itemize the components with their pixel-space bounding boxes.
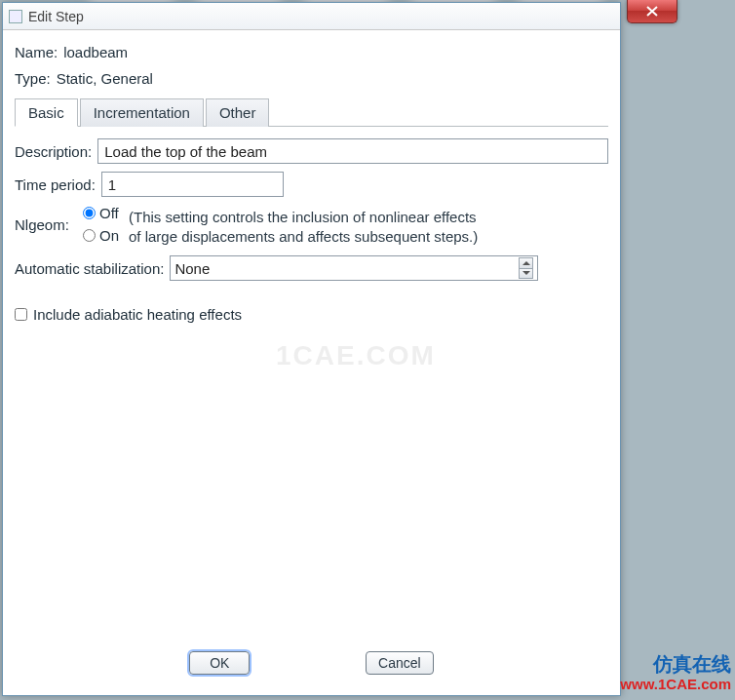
nlgeom-on-text: On (99, 227, 119, 244)
time-period-input[interactable] (101, 172, 284, 197)
chevron-up-icon (522, 261, 530, 265)
nlgeom-off-option[interactable]: Off (83, 205, 119, 221)
select-spinner[interactable] (519, 257, 533, 279)
cancel-button[interactable]: Cancel (366, 651, 434, 675)
name-label: Name: (15, 44, 58, 60)
nlgeom-off-text: Off (99, 205, 119, 221)
nlgeom-label: Nlgeom: (15, 205, 83, 233)
corner-watermark: 仿真在线 www.1CAE.com (620, 653, 731, 692)
nlgeom-on-radio[interactable] (83, 229, 96, 242)
window-title: Edit Step (28, 9, 84, 24)
description-label: Description: (15, 143, 92, 160)
close-icon (646, 6, 658, 17)
nlgeom-off-radio[interactable] (83, 207, 96, 219)
tab-basic-panel: Description: Time period: Nlgeom: Off On (15, 135, 608, 323)
dialog-button-row: OK Cancel (15, 641, 608, 685)
stabilization-value: None (174, 260, 210, 277)
nlgeom-note-line2: of large displacements and affects subse… (129, 227, 478, 247)
chevron-down-icon (522, 271, 530, 275)
watermark-url: www.1CAE.com (620, 676, 731, 692)
close-button[interactable] (627, 0, 677, 23)
adiabatic-label: Include adiabatic heating effects (33, 306, 242, 323)
tab-bar: Basic Incrementation Other (15, 98, 608, 127)
stabilization-label: Automatic stabilization: (15, 260, 164, 277)
nlgeom-note: (This setting controls the inclusion of … (129, 205, 478, 246)
name-row: Name: loadbeam (15, 44, 608, 60)
description-input[interactable] (97, 138, 608, 164)
titlebar[interactable]: Edit Step (3, 3, 620, 30)
tab-incrementation[interactable]: Incrementation (80, 98, 204, 127)
adiabatic-checkbox[interactable] (15, 308, 27, 321)
stabilization-select[interactable]: None (170, 255, 538, 281)
tab-basic[interactable]: Basic (15, 98, 78, 127)
nlgeom-note-line1: (This setting controls the inclusion of … (129, 208, 478, 227)
type-value: Static, General (57, 70, 153, 87)
tab-other[interactable]: Other (206, 98, 270, 127)
name-value: loadbeam (63, 44, 128, 60)
watermark-cn: 仿真在线 (620, 653, 731, 676)
ok-button[interactable]: OK (189, 651, 250, 675)
type-label: Type: (15, 70, 51, 87)
adiabatic-option[interactable]: Include adiabatic heating effects (15, 306, 608, 323)
type-row: Type: Static, General (15, 70, 608, 87)
app-icon (9, 10, 22, 23)
nlgeom-on-option[interactable]: On (83, 227, 119, 244)
edit-step-dialog: Edit Step Name: loadbeam Type: Static, G… (2, 2, 621, 696)
time-period-label: Time period: (15, 176, 96, 193)
